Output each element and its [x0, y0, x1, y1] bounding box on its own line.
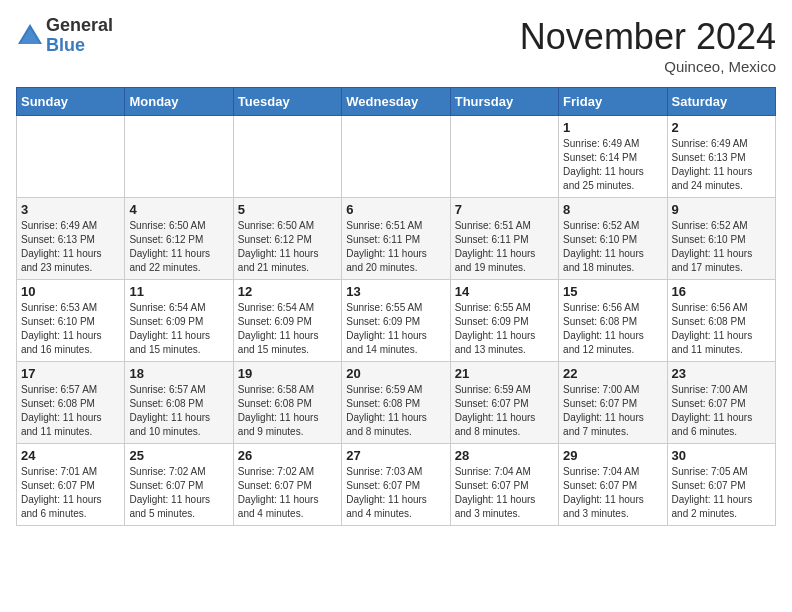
calendar-cell: 27Sunrise: 7:03 AMSunset: 6:07 PMDayligh… — [342, 444, 450, 526]
calendar-cell: 7Sunrise: 6:51 AMSunset: 6:11 PMDaylight… — [450, 198, 558, 280]
day-number: 3 — [21, 202, 120, 217]
day-info: Sunrise: 7:04 AMSunset: 6:07 PMDaylight:… — [563, 465, 662, 521]
day-number: 4 — [129, 202, 228, 217]
day-info: Sunrise: 6:49 AMSunset: 6:13 PMDaylight:… — [21, 219, 120, 275]
calendar-cell: 15Sunrise: 6:56 AMSunset: 6:08 PMDayligh… — [559, 280, 667, 362]
day-info: Sunrise: 6:56 AMSunset: 6:08 PMDaylight:… — [672, 301, 771, 357]
day-info: Sunrise: 7:02 AMSunset: 6:07 PMDaylight:… — [129, 465, 228, 521]
calendar-cell: 16Sunrise: 6:56 AMSunset: 6:08 PMDayligh… — [667, 280, 775, 362]
calendar-cell — [125, 116, 233, 198]
calendar-cell: 28Sunrise: 7:04 AMSunset: 6:07 PMDayligh… — [450, 444, 558, 526]
calendar-cell: 4Sunrise: 6:50 AMSunset: 6:12 PMDaylight… — [125, 198, 233, 280]
calendar-week-1: 3Sunrise: 6:49 AMSunset: 6:13 PMDaylight… — [17, 198, 776, 280]
day-number: 21 — [455, 366, 554, 381]
day-number: 16 — [672, 284, 771, 299]
logo-icon — [16, 22, 44, 50]
header-cell-thursday: Thursday — [450, 88, 558, 116]
header-cell-monday: Monday — [125, 88, 233, 116]
day-number: 23 — [672, 366, 771, 381]
day-info: Sunrise: 6:59 AMSunset: 6:08 PMDaylight:… — [346, 383, 445, 439]
header-cell-saturday: Saturday — [667, 88, 775, 116]
calendar-cell: 20Sunrise: 6:59 AMSunset: 6:08 PMDayligh… — [342, 362, 450, 444]
day-info: Sunrise: 6:50 AMSunset: 6:12 PMDaylight:… — [129, 219, 228, 275]
calendar-cell — [17, 116, 125, 198]
day-info: Sunrise: 6:52 AMSunset: 6:10 PMDaylight:… — [563, 219, 662, 275]
day-number: 22 — [563, 366, 662, 381]
calendar-cell: 30Sunrise: 7:05 AMSunset: 6:07 PMDayligh… — [667, 444, 775, 526]
day-info: Sunrise: 7:00 AMSunset: 6:07 PMDaylight:… — [672, 383, 771, 439]
calendar-cell: 6Sunrise: 6:51 AMSunset: 6:11 PMDaylight… — [342, 198, 450, 280]
day-info: Sunrise: 6:50 AMSunset: 6:12 PMDaylight:… — [238, 219, 337, 275]
day-number: 26 — [238, 448, 337, 463]
day-number: 27 — [346, 448, 445, 463]
calendar-cell: 21Sunrise: 6:59 AMSunset: 6:07 PMDayligh… — [450, 362, 558, 444]
calendar-cell: 17Sunrise: 6:57 AMSunset: 6:08 PMDayligh… — [17, 362, 125, 444]
calendar-cell: 14Sunrise: 6:55 AMSunset: 6:09 PMDayligh… — [450, 280, 558, 362]
calendar-cell: 23Sunrise: 7:00 AMSunset: 6:07 PMDayligh… — [667, 362, 775, 444]
calendar-cell: 25Sunrise: 7:02 AMSunset: 6:07 PMDayligh… — [125, 444, 233, 526]
day-info: Sunrise: 7:04 AMSunset: 6:07 PMDaylight:… — [455, 465, 554, 521]
day-number: 10 — [21, 284, 120, 299]
day-info: Sunrise: 6:54 AMSunset: 6:09 PMDaylight:… — [238, 301, 337, 357]
header-cell-tuesday: Tuesday — [233, 88, 341, 116]
day-info: Sunrise: 6:49 AMSunset: 6:14 PMDaylight:… — [563, 137, 662, 193]
day-info: Sunrise: 6:59 AMSunset: 6:07 PMDaylight:… — [455, 383, 554, 439]
month-title: November 2024 — [520, 16, 776, 58]
calendar-cell — [233, 116, 341, 198]
day-number: 19 — [238, 366, 337, 381]
day-info: Sunrise: 6:56 AMSunset: 6:08 PMDaylight:… — [563, 301, 662, 357]
day-number: 30 — [672, 448, 771, 463]
day-number: 2 — [672, 120, 771, 135]
title-area: November 2024 Quinceo, Mexico — [520, 16, 776, 75]
day-info: Sunrise: 6:55 AMSunset: 6:09 PMDaylight:… — [346, 301, 445, 357]
calendar-cell: 3Sunrise: 6:49 AMSunset: 6:13 PMDaylight… — [17, 198, 125, 280]
day-number: 8 — [563, 202, 662, 217]
header-cell-friday: Friday — [559, 88, 667, 116]
day-number: 29 — [563, 448, 662, 463]
logo: General Blue — [16, 16, 113, 56]
calendar-week-0: 1Sunrise: 6:49 AMSunset: 6:14 PMDaylight… — [17, 116, 776, 198]
day-number: 17 — [21, 366, 120, 381]
calendar-cell: 10Sunrise: 6:53 AMSunset: 6:10 PMDayligh… — [17, 280, 125, 362]
calendar-cell: 1Sunrise: 6:49 AMSunset: 6:14 PMDaylight… — [559, 116, 667, 198]
logo-blue: Blue — [46, 36, 113, 56]
day-number: 6 — [346, 202, 445, 217]
calendar-cell: 2Sunrise: 6:49 AMSunset: 6:13 PMDaylight… — [667, 116, 775, 198]
calendar-table: SundayMondayTuesdayWednesdayThursdayFrid… — [16, 87, 776, 526]
day-number: 5 — [238, 202, 337, 217]
day-info: Sunrise: 7:03 AMSunset: 6:07 PMDaylight:… — [346, 465, 445, 521]
day-number: 28 — [455, 448, 554, 463]
header-row: SundayMondayTuesdayWednesdayThursdayFrid… — [17, 88, 776, 116]
header-cell-sunday: Sunday — [17, 88, 125, 116]
day-number: 7 — [455, 202, 554, 217]
header-cell-wednesday: Wednesday — [342, 88, 450, 116]
day-number: 12 — [238, 284, 337, 299]
page-header: General Blue November 2024 Quinceo, Mexi… — [16, 16, 776, 75]
day-info: Sunrise: 6:53 AMSunset: 6:10 PMDaylight:… — [21, 301, 120, 357]
day-number: 14 — [455, 284, 554, 299]
location-subtitle: Quinceo, Mexico — [520, 58, 776, 75]
day-number: 1 — [563, 120, 662, 135]
calendar-cell: 9Sunrise: 6:52 AMSunset: 6:10 PMDaylight… — [667, 198, 775, 280]
calendar-cell: 8Sunrise: 6:52 AMSunset: 6:10 PMDaylight… — [559, 198, 667, 280]
calendar-week-3: 17Sunrise: 6:57 AMSunset: 6:08 PMDayligh… — [17, 362, 776, 444]
day-info: Sunrise: 6:57 AMSunset: 6:08 PMDaylight:… — [129, 383, 228, 439]
calendar-body: 1Sunrise: 6:49 AMSunset: 6:14 PMDaylight… — [17, 116, 776, 526]
calendar-cell: 29Sunrise: 7:04 AMSunset: 6:07 PMDayligh… — [559, 444, 667, 526]
calendar-cell: 11Sunrise: 6:54 AMSunset: 6:09 PMDayligh… — [125, 280, 233, 362]
day-info: Sunrise: 7:01 AMSunset: 6:07 PMDaylight:… — [21, 465, 120, 521]
calendar-cell: 18Sunrise: 6:57 AMSunset: 6:08 PMDayligh… — [125, 362, 233, 444]
day-info: Sunrise: 6:55 AMSunset: 6:09 PMDaylight:… — [455, 301, 554, 357]
day-info: Sunrise: 6:52 AMSunset: 6:10 PMDaylight:… — [672, 219, 771, 275]
day-number: 25 — [129, 448, 228, 463]
day-number: 18 — [129, 366, 228, 381]
calendar-header: SundayMondayTuesdayWednesdayThursdayFrid… — [17, 88, 776, 116]
logo-general: General — [46, 16, 113, 36]
day-info: Sunrise: 6:51 AMSunset: 6:11 PMDaylight:… — [346, 219, 445, 275]
day-info: Sunrise: 6:57 AMSunset: 6:08 PMDaylight:… — [21, 383, 120, 439]
calendar-cell — [450, 116, 558, 198]
calendar-week-2: 10Sunrise: 6:53 AMSunset: 6:10 PMDayligh… — [17, 280, 776, 362]
calendar-cell: 13Sunrise: 6:55 AMSunset: 6:09 PMDayligh… — [342, 280, 450, 362]
day-number: 15 — [563, 284, 662, 299]
day-number: 9 — [672, 202, 771, 217]
